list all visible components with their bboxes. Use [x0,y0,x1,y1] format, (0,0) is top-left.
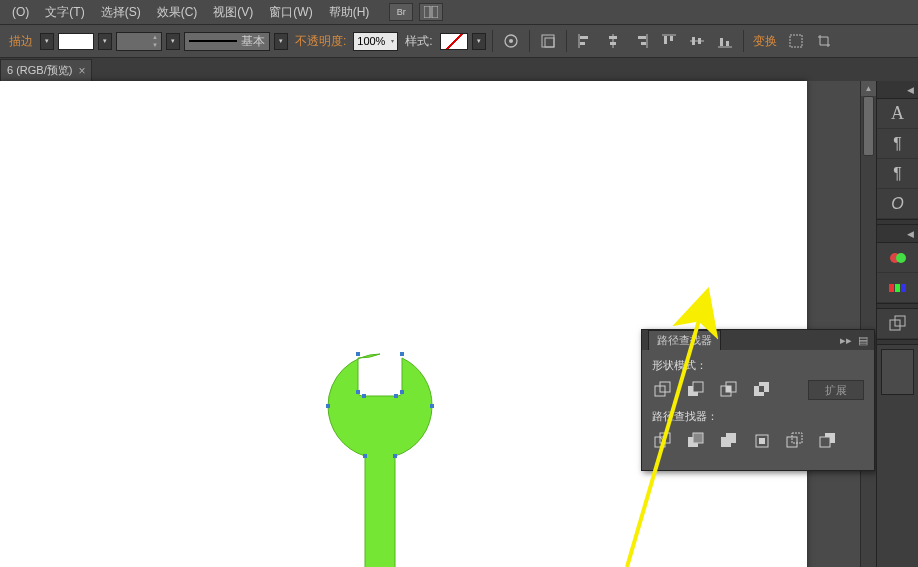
opacity-input[interactable] [354,35,388,47]
isolate-icon[interactable] [784,29,808,53]
stroke-color-swatch[interactable] [58,33,94,50]
svg-rect-4 [542,35,554,47]
scroll-thumb[interactable] [863,96,874,156]
bridge-button[interactable]: Br [389,3,413,21]
document-tab-label: 6 (RGB/预览) [7,63,72,78]
svg-rect-66 [889,284,894,292]
intersect-button[interactable] [718,379,740,401]
dock-color-icon[interactable] [877,243,918,273]
stroke-width-input[interactable] [117,35,149,47]
pathfinder-panel[interactable]: 路径查找器 ▸▸ ▤ 形状模式： 扩展 [641,329,875,471]
opacity-stepper[interactable]: ▾ [388,37,397,45]
svg-rect-11 [610,42,616,45]
panel-collapse-icon[interactable]: ▸▸ [840,334,852,347]
opacity-field[interactable]: ▾ [353,32,398,51]
align-right-icon[interactable] [629,29,653,53]
dock-mini-panel[interactable] [881,349,914,395]
svg-rect-44 [693,382,703,392]
svg-rect-13 [638,36,646,39]
wrench-shape[interactable] [320,346,440,567]
svg-rect-20 [698,38,701,44]
stroke-color-dropdown-arrow[interactable]: ▾ [40,33,54,50]
menu-select[interactable]: 选择(S) [93,1,149,24]
expand-button[interactable]: 扩展 [808,380,864,400]
svg-rect-29 [400,390,404,394]
align-panel-icon[interactable] [536,29,560,53]
opacity-label: 不透明度: [292,33,349,50]
align-vcenter-icon[interactable] [685,29,709,53]
svg-rect-5 [545,38,554,47]
stroke-width-field[interactable]: ▲▼ [116,32,162,51]
pathfinder-row-label: 路径查找器： [652,409,864,424]
canvas-artboard[interactable] [0,81,807,567]
merge-button[interactable] [718,430,740,452]
svg-rect-67 [895,284,900,292]
dock-expand-icon[interactable]: ◀ [877,81,918,99]
dock-type-icon[interactable]: A [877,99,918,129]
svg-rect-0 [424,6,430,18]
exclude-button[interactable] [751,379,773,401]
svg-rect-1 [432,6,438,18]
document-tab[interactable]: 6 (RGB/预览) × [0,59,92,81]
panel-body: 形状模式： 扩展 路径查找器： [642,350,874,470]
svg-rect-23 [726,41,729,46]
options-bar: 描边 ▾ ▾ ▲▼ ▾ 基本 ▾ 不透明度: ▾ 样式: ▾ 变换 [0,25,918,58]
vertical-scrollbar[interactable]: ▲ [860,81,876,567]
stroke-style-dropdown[interactable]: 基本 [184,32,270,51]
menu-help[interactable]: 帮助(H) [321,1,378,24]
svg-point-3 [509,39,513,43]
svg-rect-14 [641,42,646,45]
svg-rect-27 [400,352,404,356]
menu-object[interactable]: (O) [4,2,37,22]
stroke-width-stepper[interactable]: ▲▼ [149,33,161,49]
arrange-docs-button[interactable] [419,3,443,21]
svg-rect-16 [664,36,667,44]
menu-effect[interactable]: 效果(C) [149,1,206,24]
transform-label[interactable]: 变换 [750,33,780,50]
stroke-color-arrow2[interactable]: ▾ [98,33,112,50]
outline-button[interactable] [784,430,806,452]
align-bottom-icon[interactable] [713,29,737,53]
svg-rect-50 [759,386,764,392]
dock-swatches-icon[interactable] [877,273,918,303]
menu-view[interactable]: 视图(V) [205,1,261,24]
dock-expand2-icon[interactable]: ◀ [877,225,918,243]
panel-title[interactable]: 路径查找器 [648,330,721,350]
align-left-icon[interactable] [573,29,597,53]
svg-rect-28 [356,390,360,394]
svg-rect-34 [363,454,367,458]
align-top-icon[interactable] [657,29,681,53]
dock-pathfinder-icon[interactable] [877,309,918,339]
menu-type[interactable]: 文字(T) [37,1,92,24]
dock-paragraph-icon[interactable]: ¶ [877,129,918,159]
svg-rect-47 [726,386,731,392]
unite-button[interactable] [652,379,674,401]
align-hcenter-icon[interactable] [601,29,625,53]
scroll-up-arrow[interactable]: ▲ [861,81,876,96]
crop-button[interactable] [751,430,773,452]
panel-menu-icon[interactable]: ▤ [858,334,868,347]
menu-bar: (O) 文字(T) 选择(S) 效果(C) 视图(V) 窗口(W) 帮助(H) … [0,0,918,25]
minus-back-button[interactable] [817,430,839,452]
style-arrow[interactable]: ▾ [472,33,486,50]
menu-window[interactable]: 窗口(W) [261,1,320,24]
stroke-style-arrow[interactable]: ▾ [274,33,288,50]
panel-header[interactable]: 路径查找器 ▸▸ ▤ [642,330,874,350]
dock-glyph-icon[interactable]: O [877,189,918,219]
divide-button[interactable] [652,430,674,452]
recolor-icon[interactable] [499,29,523,53]
svg-rect-68 [901,284,906,292]
graphic-style-swatch[interactable] [440,33,468,50]
close-icon[interactable]: × [78,64,85,78]
svg-rect-19 [692,37,695,45]
svg-rect-30 [362,394,366,398]
crop-icon[interactable] [812,29,836,53]
svg-rect-7 [580,36,588,39]
trim-button[interactable] [685,430,707,452]
minus-front-button[interactable] [685,379,707,401]
stroke-width-dd[interactable]: ▾ [166,33,180,50]
svg-point-65 [896,253,906,263]
right-panel-dock: ◀ A ¶ ¶ O ◀ [876,81,918,567]
dock-opentype-icon[interactable]: ¶ [877,159,918,189]
svg-rect-24 [790,35,802,47]
